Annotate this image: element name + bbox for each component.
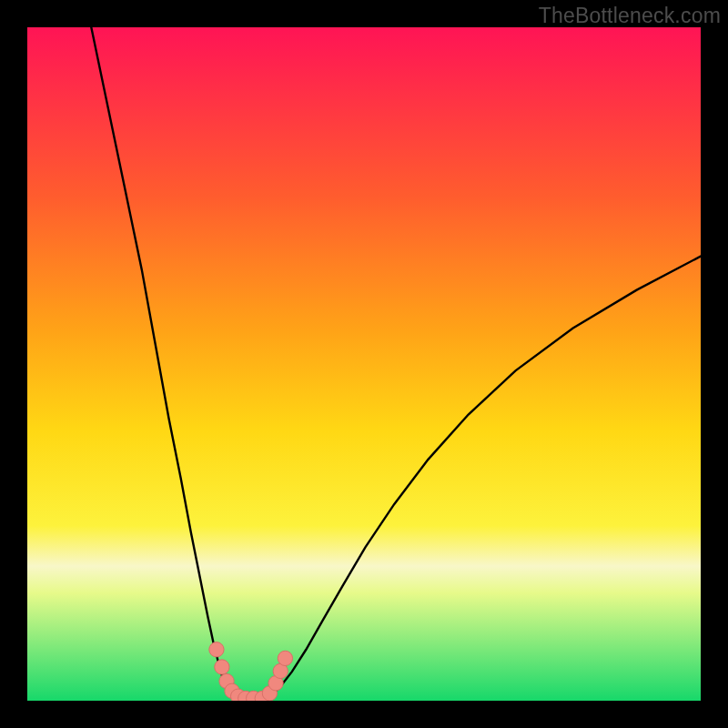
outer-frame: TheBottleneck.com xyxy=(0,0,728,728)
chart-svg xyxy=(27,27,701,701)
valley-marker xyxy=(209,642,224,657)
gradient-bg xyxy=(27,27,701,701)
plot-area xyxy=(27,27,701,701)
valley-marker xyxy=(278,651,292,665)
valley-marker xyxy=(215,660,229,674)
watermark-text: TheBottleneck.com xyxy=(539,4,721,28)
